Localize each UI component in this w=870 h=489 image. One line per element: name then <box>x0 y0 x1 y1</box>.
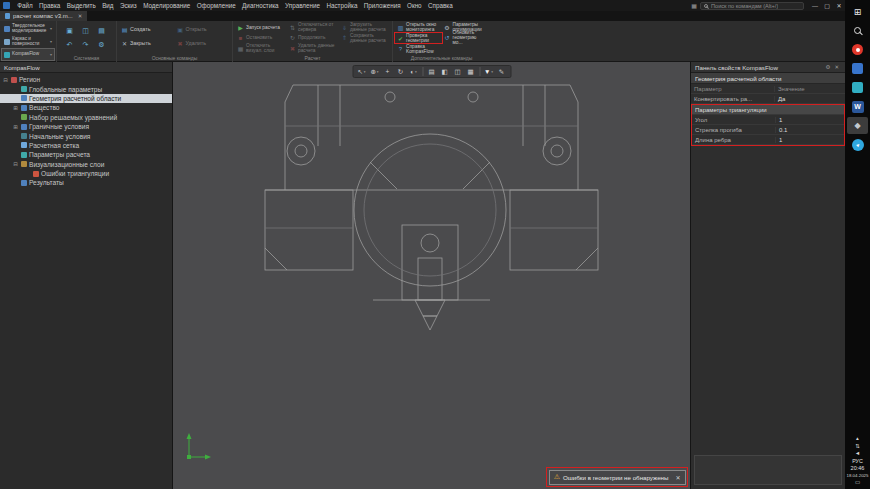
mode-kompasflow[interactable]: KompasFlow ▾ <box>1 48 55 61</box>
load-calc-data-button[interactable]: ⇓ Загрузить данные расчета <box>339 22 390 33</box>
hide-view[interactable]: ◫ <box>451 66 464 77</box>
document-tab[interactable]: расчет компас v3.m... ✕ <box>0 11 87 21</box>
tree-item-substance[interactable]: ⊞ Вещество <box>0 103 172 112</box>
run-calculation-button[interactable]: ▶ Запуск расчета <box>235 22 287 33</box>
menu-modeling[interactable]: Моделирование <box>140 2 194 9</box>
settings-icon[interactable]: ⚙ <box>94 38 109 51</box>
taskbar-browser-button[interactable] <box>847 41 868 58</box>
delete-project-button[interactable]: ✖ Удалить <box>175 36 231 50</box>
taskbar-app-teal-button[interactable] <box>847 79 868 96</box>
section-view[interactable]: ◧ <box>438 66 451 77</box>
resume-calculation-button[interactable]: ↻ Продолжить <box>287 33 339 44</box>
close-icon: ✕ <box>121 40 128 47</box>
property-row-deflection[interactable]: Стрелка прогиба 0.1 <box>692 125 844 135</box>
monitoring-window-button[interactable]: ▥ Открыть окно мониторинга <box>395 22 442 32</box>
filter-tool[interactable]: ▼▾ <box>482 66 495 77</box>
menu-select[interactable]: Выделить <box>64 2 99 9</box>
action-center-icon[interactable]: ▭ <box>855 479 860 485</box>
maximize-button[interactable]: ▢ <box>821 0 833 11</box>
kompasflow-help-button[interactable]: ? Справка KompasFlow <box>395 44 442 54</box>
close-button[interactable]: ✕ <box>833 0 845 11</box>
tree-item-visual-layers[interactable]: ⊟ Визуализационные слои <box>0 160 172 169</box>
menu-edit[interactable]: Правка <box>36 2 64 9</box>
start-button[interactable]: ⊞ <box>847 3 868 20</box>
taskbar-word-button[interactable]: W <box>847 98 868 115</box>
check-geometry-button[interactable]: ✔ Проверка геометрии <box>395 33 442 43</box>
tray-expand-icon[interactable]: ▴ <box>856 435 859 441</box>
menu-control[interactable]: Управление <box>282 2 323 9</box>
menu-applications[interactable]: Приложения <box>361 2 404 9</box>
tree-item-boundary-conditions[interactable]: ⊞ Граничные условия <box>0 122 172 131</box>
model-viewport[interactable]: ↖▾ ⊕▾ + ↻ ◐▾ ▤ ◧ ◫ ▦ ▼▾ ✎ ⚠ Ошибки в гео… <box>173 62 690 489</box>
save-icon[interactable]: ◫ <box>78 24 93 37</box>
tree-item-mesh[interactable]: Расчетная сетка <box>0 141 172 150</box>
menu-settings[interactable]: Настройка <box>323 2 360 9</box>
disconnect-server-button[interactable]: ⇅ Отключиться от сервера <box>287 22 339 33</box>
sketch-tool[interactable]: ✎ <box>495 66 508 77</box>
stop-calculation-button[interactable]: ■ Остановить <box>235 33 287 44</box>
notification-close-icon[interactable]: ✕ <box>675 474 680 481</box>
menu-file[interactable]: Файл <box>14 2 36 9</box>
create-button[interactable]: ▤ Создать <box>119 22 175 36</box>
property-row-convert[interactable]: Конвертировать ра... Да <box>691 94 845 104</box>
layers-view[interactable]: ▤ <box>425 66 438 77</box>
panel-close-icon[interactable]: ✕ <box>832 64 841 70</box>
update-geometry-button[interactable]: ↺ Обновить геометрию мо... <box>442 32 489 42</box>
menu-diagnostics[interactable]: Диагностика <box>239 2 282 9</box>
network-icon[interactable]: ⇅ <box>855 443 860 449</box>
tree-item-initial-conditions[interactable]: Начальные условия <box>0 131 172 140</box>
delete-calc-data-button[interactable]: ✖ Удалить данные расчета <box>287 43 339 54</box>
select-tool[interactable]: ↖▾ <box>355 66 368 77</box>
mode-solid-modeling[interactable]: Твердотельное моделирование ▾ <box>1 22 55 35</box>
redo-icon[interactable]: ↷ <box>78 38 93 51</box>
orbit-tool[interactable]: ↻ <box>394 66 407 77</box>
expand-icon[interactable]: ⊞ <box>12 105 19 111</box>
tree-item-results[interactable]: Результаты <box>0 178 172 187</box>
save-calc-data-button[interactable]: ⇑ Сохранить данные расчета <box>339 33 390 44</box>
clock-time[interactable]: 20:46 <box>851 465 865 471</box>
refresh-icon: ↺ <box>444 34 451 41</box>
close-project-button[interactable]: ✕ Закрыть <box>119 36 175 50</box>
collapse-icon[interactable]: ⊟ <box>2 77 9 83</box>
tree-item-global-params[interactable]: Глобальные параметры <box>0 84 172 93</box>
interface-layout-icon[interactable]: ▦ <box>688 2 700 9</box>
gear-icon[interactable]: ⚙ <box>823 64 832 70</box>
taskbar-kompas-button[interactable]: ◆ <box>847 117 868 134</box>
menu-help[interactable]: Справка <box>425 2 456 9</box>
expand-icon[interactable]: ⊞ <box>12 124 19 130</box>
taskbar-app-blue-button[interactable] <box>847 60 868 77</box>
menu-decoration[interactable]: Оформление <box>193 2 238 9</box>
language-indicator[interactable]: РУС <box>852 458 863 464</box>
tab-close-icon[interactable]: ✕ <box>78 13 83 19</box>
open-icon[interactable]: ▣ <box>62 24 77 37</box>
open-project-button[interactable]: ▣ Открыть <box>175 22 231 36</box>
disable-layers-button[interactable]: ▦ Отключить визуал. слои <box>235 43 287 54</box>
tree-item-region[interactable]: ⊟ Регион <box>0 75 172 84</box>
menu-window[interactable]: Окно <box>404 2 425 9</box>
command-search-input[interactable]: Поиск по командам (Alt+/) <box>700 2 804 10</box>
menu-view[interactable]: Вид <box>99 2 117 9</box>
collapse-icon[interactable]: ⊟ <box>12 161 19 167</box>
tree-item-geometry[interactable]: Геометрия расчетной области <box>0 94 172 103</box>
chevron-down-icon: ▾ <box>50 39 52 44</box>
menu-sketch[interactable]: Эскиз <box>117 2 140 9</box>
undo-icon[interactable]: ↶ <box>62 38 77 51</box>
taskbar-messenger-button[interactable]: ▸ <box>847 136 868 153</box>
taskbar-search-button[interactable] <box>847 22 868 39</box>
property-row-edge-length[interactable]: Длина ребра 1 <box>692 135 844 145</box>
tree-item-calc-params[interactable]: Параметры расчета <box>0 150 172 159</box>
pan-tool[interactable]: + <box>381 66 394 77</box>
property-row-angle[interactable]: Угол 1 <box>692 115 844 125</box>
grid-view[interactable]: ▦ <box>464 66 477 77</box>
display-mode[interactable]: ◐▾ <box>407 66 420 77</box>
mode-wireframe-surfaces[interactable]: Каркас и поверхности ▾ <box>1 35 55 48</box>
tree-item-equations[interactable]: Набор решаемых уравнений <box>0 113 172 122</box>
clock-date[interactable]: 18.04.2025 <box>847 473 869 478</box>
volume-icon[interactable]: ◄ <box>855 450 860 456</box>
zoom-tool[interactable]: ⊕▾ <box>368 66 381 77</box>
minimize-button[interactable]: — <box>809 0 821 11</box>
calc-params-icon <box>21 152 27 158</box>
properties-panel: Панель свойств KompasFlow ⚙ ✕ Геометрия … <box>690 62 845 489</box>
tree-item-triangulation-errors[interactable]: Ошибки триангуляции <box>0 169 172 178</box>
print-icon[interactable]: ▤ <box>94 24 109 37</box>
